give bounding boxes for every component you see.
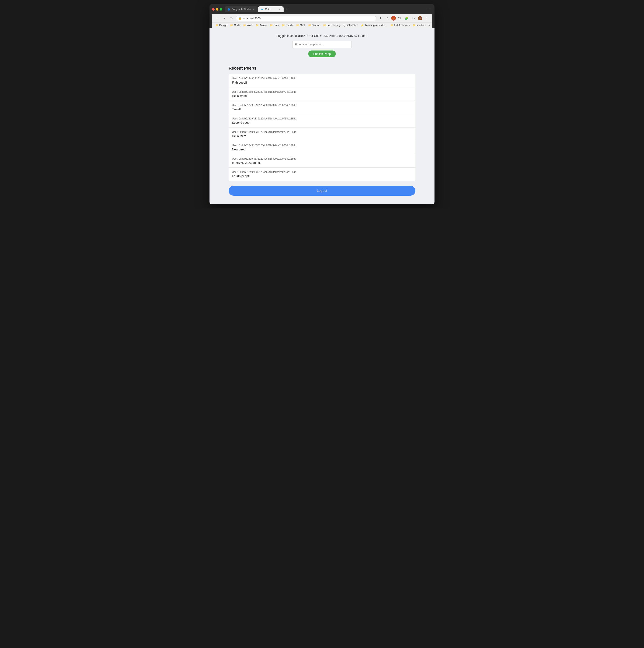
- bookmark-chatgpt[interactable]: 💬 ChatGPT: [342, 23, 359, 27]
- close-window-button[interactable]: [212, 8, 214, 11]
- bookmark-anime[interactable]: 📁 Anime: [254, 23, 268, 27]
- peep-message: New peep!: [232, 148, 412, 151]
- peep-message: Second peep.: [232, 121, 412, 124]
- bookmark-anime-label: Anime: [260, 24, 267, 27]
- window-controls-button[interactable]: ⋯: [426, 6, 432, 12]
- peep-user: User: 0xdbb518a9fc8361204b66f1c3e0ce2d07…: [232, 90, 412, 93]
- profile-avatar[interactable]: 🦊: [391, 16, 396, 20]
- bookmark-masters[interactable]: 📁 Masters: [411, 23, 427, 27]
- sidebar-toggle-icon[interactable]: ▭: [410, 15, 416, 21]
- bookmark-cars[interactable]: 📁 Cars: [268, 23, 280, 27]
- bookmark-fa23-classes[interactable]: 📁 Fa23 Classes: [389, 23, 411, 27]
- peep-item: User: 0xdbb518a9fc8361204b66f1c3e0ce2d07…: [229, 101, 415, 114]
- bookmark-trending-label: Trending repositor...: [365, 24, 387, 27]
- user-profile-icon[interactable]: 🐻: [417, 15, 423, 21]
- folder-icon: 📁: [390, 24, 393, 27]
- minimize-window-button[interactable]: [216, 8, 218, 11]
- folder-icon: 📁: [296, 24, 299, 27]
- menu-icon[interactable]: ⋮: [424, 15, 430, 21]
- recent-peeps-title: Recent Peeps: [229, 66, 415, 71]
- chirp-favicon: 🐦: [261, 8, 264, 11]
- bookmarks-more-button[interactable]: »: [427, 23, 431, 27]
- tab-subgraph-studio[interactable]: 🔵 Subgraph Studio ×: [225, 6, 258, 12]
- bookmark-sports[interactable]: 📁 Sports: [281, 23, 294, 27]
- folder-icon: 📁: [270, 24, 273, 27]
- wallet-address: 0xdBb518A9FC8361204B66f1C3e0Ce2D0734D128…: [295, 34, 367, 38]
- logged-in-prefix: Logged in as:: [277, 34, 295, 38]
- subgraph-studio-favicon: 🔵: [227, 8, 230, 11]
- new-tab-button[interactable]: +: [284, 6, 290, 12]
- bookmark-sports-label: Sports: [286, 24, 293, 27]
- app-container: Logged in as: 0xdBb518A9FC8361204B66f1C3…: [220, 28, 424, 204]
- peep-user: User: 0xdbb518a9fc8361204b66f1c3e0ce2d07…: [232, 117, 412, 120]
- extension-icon[interactable]: 🛡: [397, 15, 403, 21]
- share-icon[interactable]: ⬆: [378, 15, 384, 21]
- peep-message: Fourth peep!!: [232, 174, 412, 178]
- bookmark-icon[interactable]: ☆: [384, 15, 390, 21]
- browser-chrome: 🔵 Subgraph Studio × 🐦 Chirp × + ⋯ ‹ › ↻: [209, 4, 435, 28]
- trending-icon: ⭐: [361, 24, 364, 27]
- bookmark-trending[interactable]: ⭐ Trending repositor...: [359, 23, 388, 27]
- peep-user: User: 0xdbb518a9fc8361204b66f1c3e0ce2d07…: [232, 130, 412, 133]
- login-info: Logged in as: 0xdBb518A9FC8361204B66f1C3…: [229, 34, 415, 38]
- bookmark-fa23-classes-label: Fa23 Classes: [394, 24, 410, 27]
- bookmark-work-label: Work: [247, 24, 253, 27]
- peep-item: User: 0xdbb518a9fc8361204b66f1c3e0ce2d07…: [229, 154, 415, 168]
- bookmark-job-hunting[interactable]: 📁 Job Hunting: [322, 23, 342, 27]
- subgraph-studio-tab-close[interactable]: ×: [252, 8, 255, 11]
- browser-window: 🔵 Subgraph Studio × 🐦 Chirp × + ⋯ ‹ › ↻: [209, 4, 435, 204]
- folder-icon: 📁: [282, 24, 285, 27]
- bookmark-design-label: Design: [219, 24, 227, 27]
- peep-item: User: 0xdbb518a9fc8361204b66f1c3e0ce2d07…: [229, 141, 415, 154]
- tab-chirp[interactable]: 🐦 Chirp ×: [258, 6, 284, 12]
- peep-item: User: 0xdbb518a9fc8361204b66f1c3e0ce2d07…: [229, 88, 415, 101]
- bookmark-design[interactable]: 📁 Design: [214, 23, 229, 27]
- peep-user: User: 0xdbb518a9fc8361204b66f1c3e0ce2d07…: [232, 171, 412, 173]
- folder-icon: 📁: [230, 24, 233, 27]
- peep-user: User: 0xdbb518a9fc8361204b66f1c3e0ce2d07…: [232, 157, 412, 160]
- bookmark-gpt[interactable]: 📁 GPT: [295, 23, 306, 27]
- address-bar[interactable]: 🔒 localhost:3000: [236, 16, 376, 21]
- peep-item: User: 0xdbb518a9fc8361204b66f1c3e0ce2d07…: [229, 74, 415, 88]
- folder-icon: 📁: [243, 24, 246, 27]
- chirp-tab-title: Chirp: [265, 8, 277, 11]
- peep-item: User: 0xdbb518a9fc8361204b66f1c3e0ce2d07…: [229, 168, 415, 181]
- peeps-list: User: 0xdbb518a9fc8361204b66f1c3e0ce2d07…: [229, 74, 415, 181]
- bookmarks-bar: 📁 Design 📁 Code 📁 Work 📁 Anime 📁 Cars 📁: [212, 22, 432, 28]
- folder-icon: 📁: [323, 24, 326, 27]
- publish-peep-button[interactable]: Publish Peep: [308, 51, 336, 57]
- back-button[interactable]: ‹: [214, 15, 220, 21]
- lock-icon: 🔒: [239, 17, 242, 20]
- bookmark-startup[interactable]: 📁 Startup: [307, 23, 321, 27]
- navigation-toolbar: ‹ › ↻ 🔒 localhost:3000 ⬆ ☆ 🦊 🛡 🧩 ▭ 🐻 ⋮: [212, 14, 432, 22]
- peep-input[interactable]: [292, 41, 352, 48]
- fullscreen-window-button[interactable]: [220, 8, 222, 11]
- folder-icon: 📁: [413, 24, 415, 27]
- toolbar-actions: ⬆ ☆ 🦊 🛡 🧩 ▭ 🐻 ⋮: [378, 15, 430, 21]
- all-bookmarks-button[interactable]: All Bookmarks: [432, 23, 432, 27]
- traffic-lights: [212, 8, 222, 11]
- bookmark-code[interactable]: 📁 Code: [229, 23, 241, 27]
- peep-message: ETHNYC 2023 demo.: [232, 161, 412, 164]
- bookmark-work[interactable]: 📁 Work: [242, 23, 254, 27]
- bookmark-code-label: Code: [234, 24, 240, 27]
- peep-user: User: 0xdbb518a9fc8361204b66f1c3e0ce2d07…: [232, 77, 412, 80]
- bookmark-startup-label: Startup: [312, 24, 320, 27]
- peep-message: Tweet!!: [232, 108, 412, 111]
- folder-icon: 📁: [215, 24, 218, 27]
- forward-button[interactable]: ›: [221, 15, 227, 21]
- extensions-puzzle-icon[interactable]: 🧩: [403, 15, 409, 21]
- peep-input-area: Publish Peep: [229, 41, 415, 57]
- peep-item: User: 0xdbb518a9fc8361204b66f1c3e0ce2d07…: [229, 127, 415, 141]
- bookmark-chatgpt-label: ChatGPT: [347, 24, 358, 27]
- folder-icon: 📁: [256, 24, 259, 27]
- chatgpt-icon: 💬: [343, 24, 346, 27]
- reload-button[interactable]: ↻: [229, 15, 235, 21]
- bookmark-masters-label: Masters: [416, 24, 426, 27]
- page-content: Logged in as: 0xdBb518A9FC8361204B66f1C3…: [209, 28, 435, 204]
- url-display: localhost:3000: [243, 17, 374, 20]
- peep-message: Hello world!: [232, 94, 412, 98]
- logout-button[interactable]: Logout: [229, 186, 415, 196]
- chirp-tab-close[interactable]: ×: [278, 8, 281, 11]
- tabs-row: 🔵 Subgraph Studio × 🐦 Chirp × +: [225, 6, 424, 12]
